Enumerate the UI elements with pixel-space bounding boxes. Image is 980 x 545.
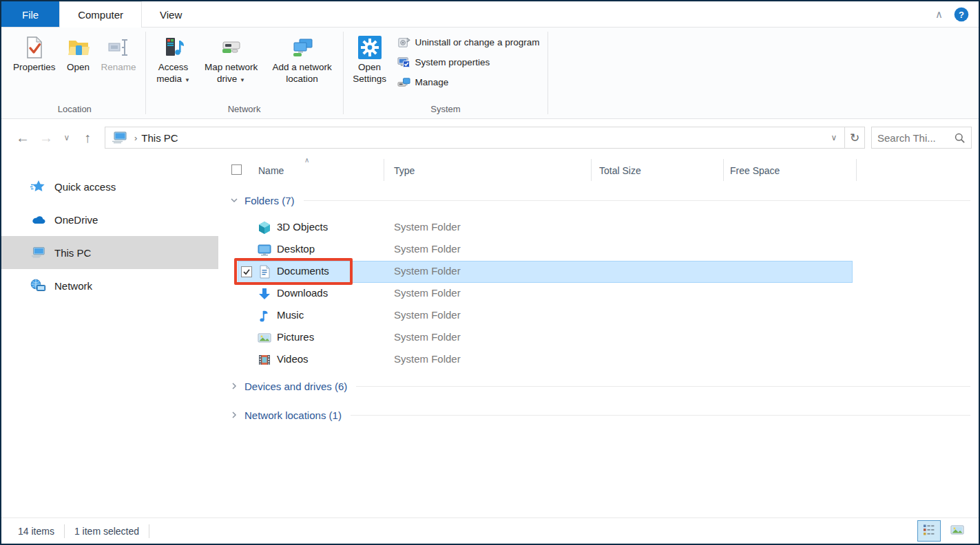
- search-icon: [954, 132, 966, 144]
- open-folder-icon: [65, 33, 92, 62]
- uninstall-program-button[interactable]: Uninstall or change a program: [397, 35, 540, 49]
- item-name: Music: [277, 309, 304, 321]
- system-properties-button[interactable]: System properties: [397, 55, 540, 69]
- open-settings-button[interactable]: Open Settings: [348, 31, 392, 87]
- search-box[interactable]: [871, 127, 972, 149]
- navigation-pane: Quick accessOneDriveThis PCNetwork: [1, 156, 218, 517]
- table-row[interactable]: DesktopSystem Folder: [218, 239, 979, 261]
- map-network-drive-label: Map network drive ▼: [202, 62, 261, 85]
- open-button[interactable]: Open: [61, 31, 96, 76]
- group-rule: [351, 415, 970, 416]
- refresh-icon: ↻: [850, 131, 859, 145]
- table-row[interactable]: MusicSystem Folder: [218, 305, 979, 327]
- dropdown-caret-icon: ▼: [240, 77, 245, 83]
- ribbon-group-location: Properties Open Rename Location: [4, 28, 145, 118]
- back-arrow-icon[interactable]: ←: [11, 130, 34, 146]
- item-type: System Folder: [394, 353, 461, 365]
- details-view-icon: [922, 523, 936, 539]
- recent-locations-chevron-icon[interactable]: ∨: [58, 133, 76, 142]
- tab-view[interactable]: View: [142, 1, 200, 28]
- rename-label: Rename: [101, 62, 136, 74]
- sidebar-item-this-pc[interactable]: This PC: [1, 236, 218, 269]
- table-row[interactable]: DownloadsSystem Folder: [218, 283, 979, 305]
- address-dropdown-icon[interactable]: ∨: [824, 133, 844, 142]
- address-bar[interactable]: › This PC ∨: [105, 127, 845, 149]
- item-type: System Folder: [394, 265, 461, 277]
- access-media-label: Access media ▼: [155, 62, 192, 85]
- add-network-location-button[interactable]: Add a network location: [266, 31, 339, 87]
- details-view-button[interactable]: [917, 520, 941, 542]
- content-area: Quick accessOneDriveThis PCNetwork NameT…: [1, 156, 979, 517]
- column-header-total-size[interactable]: Total Size: [599, 165, 641, 176]
- rename-button[interactable]: Rename: [96, 31, 141, 76]
- table-row[interactable]: VideosSystem Folder: [218, 349, 979, 371]
- group-header-network-locations-1-[interactable]: Network locations (1): [218, 401, 979, 429]
- column-divider: [723, 159, 724, 181]
- items-count: 14 items: [18, 526, 54, 537]
- sidebar-item-network[interactable]: Network: [1, 269, 218, 302]
- ribbon-group-system: Open Settings Uninstall or change a prog…: [344, 28, 548, 118]
- 3d-objects-icon: [258, 221, 271, 235]
- properties-label: Properties: [13, 62, 56, 74]
- tab-file[interactable]: File: [1, 1, 59, 28]
- forward-arrow-icon[interactable]: →: [34, 130, 58, 146]
- sidebar-item-label: This PC: [54, 247, 91, 259]
- up-arrow-icon[interactable]: ↑: [76, 130, 99, 146]
- network-group-label: Network: [146, 103, 343, 118]
- navigation-bar: ← → ∨ ↑ › This PC ∨ ↻: [1, 119, 979, 156]
- uninstall-label: Uninstall or change a program: [415, 37, 540, 47]
- item-checkbox[interactable]: [241, 266, 252, 277]
- item-type: System Folder: [394, 243, 461, 255]
- access-media-button[interactable]: Access media ▼: [150, 31, 197, 87]
- item-name: Desktop: [277, 243, 315, 255]
- ribbon: Properties Open Rename Location Access m…: [1, 28, 979, 119]
- properties-icon: [21, 33, 48, 62]
- table-row[interactable]: PicturesSystem Folder: [218, 327, 979, 349]
- onedrive-icon: [30, 212, 45, 227]
- help-icon[interactable]: ?: [954, 7, 969, 22]
- refresh-button[interactable]: ↻: [845, 127, 865, 149]
- breadcrumb-chevron-icon[interactable]: ›: [130, 133, 141, 143]
- group-separator: [548, 32, 548, 114]
- search-input[interactable]: [877, 132, 954, 144]
- status-divider: [149, 524, 149, 538]
- breadcrumb[interactable]: This PC: [141, 132, 178, 144]
- svg-text:?: ?: [959, 10, 964, 20]
- column-header-name[interactable]: Name: [258, 165, 284, 176]
- tab-computer[interactable]: Computer: [59, 1, 142, 28]
- column-header-free-space[interactable]: Free Space: [730, 165, 780, 176]
- group-header-folders-7-[interactable]: Folders (7): [218, 184, 979, 217]
- column-header-row: NameTypeTotal SizeFree Space∧: [218, 156, 979, 184]
- pc-small-icon: [111, 131, 127, 144]
- pictures-icon: [258, 331, 271, 345]
- sidebar-item-label: Quick access: [54, 181, 116, 193]
- item-type: System Folder: [394, 331, 461, 343]
- column-divider: [384, 159, 384, 181]
- table-row[interactable]: 3D ObjectsSystem Folder: [218, 217, 979, 239]
- access-media-icon: [160, 33, 187, 62]
- map-network-drive-button[interactable]: Map network drive ▼: [197, 31, 266, 87]
- location-group-label: Location: [4, 103, 145, 118]
- system-group-label: System: [344, 103, 548, 118]
- sidebar-item-onedrive[interactable]: OneDrive: [1, 203, 218, 236]
- selection-count: 1 item selected: [74, 526, 139, 537]
- uninstall-icon: [397, 36, 410, 49]
- sidebar-item-quick-access[interactable]: Quick access: [1, 170, 218, 203]
- column-header-type[interactable]: Type: [394, 165, 415, 176]
- chevron-right-icon: [230, 411, 238, 419]
- ribbon-group-network: Access media ▼ Map network drive ▼ Add a…: [146, 28, 343, 118]
- network-icon: [30, 278, 45, 293]
- explorer-window: File Computer View ∧ ? Properties Open R: [0, 0, 980, 545]
- manage-label: Manage: [415, 77, 449, 87]
- minimize-ribbon-icon[interactable]: ∧: [935, 8, 943, 21]
- group-header-devices-and-drives-6-[interactable]: Devices and drives (6): [218, 372, 979, 400]
- properties-button[interactable]: Properties: [8, 31, 61, 76]
- large-icons-view-button[interactable]: [946, 520, 969, 542]
- large-icons-view-icon: [950, 523, 964, 539]
- settings-gear-icon: [357, 33, 383, 62]
- manage-button[interactable]: Manage: [397, 75, 540, 89]
- select-all-checkbox[interactable]: [231, 164, 242, 175]
- table-row[interactable]: DocumentsSystem Folder: [218, 261, 979, 283]
- manage-icon: [397, 76, 410, 89]
- sidebar-item-label: Network: [54, 280, 92, 292]
